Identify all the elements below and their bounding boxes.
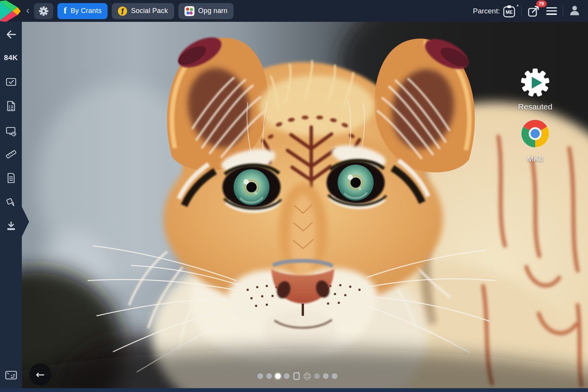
sidebar-item-tag[interactable] bbox=[0, 197, 22, 209]
clipboard-badge-icon[interactable]: ME * bbox=[503, 5, 516, 18]
nav-button-label: Opg narn bbox=[198, 7, 228, 15]
sidebar-item-notes[interactable] bbox=[0, 173, 22, 183]
document-grid-icon bbox=[6, 101, 16, 111]
tiger-wallpaper-image bbox=[22, 22, 588, 388]
bottom-strip bbox=[0, 388, 588, 392]
parcent-status: Parcent: ME * bbox=[473, 5, 516, 18]
svg-text:ME: ME bbox=[506, 10, 513, 15]
carousel-dot-3[interactable] bbox=[275, 373, 281, 379]
facebook-f-icon: f bbox=[64, 5, 67, 16]
menu-button[interactable] bbox=[546, 7, 557, 15]
carousel-dot-1[interactable] bbox=[258, 373, 263, 379]
nav-button-label: Social Pack bbox=[131, 7, 168, 15]
gear-icon bbox=[39, 6, 49, 16]
sidebar-item-download[interactable] bbox=[0, 221, 22, 232]
sidebar-back-button[interactable] bbox=[0, 29, 22, 39]
desktop-icon-label: MK8 bbox=[510, 154, 561, 163]
nav-button-social-pack[interactable]: ƒ Social Pack bbox=[112, 3, 174, 19]
divider bbox=[521, 5, 522, 17]
clipboard-star: * bbox=[516, 3, 519, 10]
notification-badge: 79 bbox=[536, 0, 547, 7]
sidebar-item-display[interactable] bbox=[0, 126, 22, 137]
left-sidebar: 84K bbox=[0, 22, 22, 388]
gear-play-icon bbox=[521, 69, 549, 97]
share-button[interactable]: 79 bbox=[528, 5, 541, 17]
clipboard-carousel-icon[interactable] bbox=[293, 372, 301, 380]
carousel-dot-4[interactable] bbox=[284, 373, 290, 379]
parcent-label: Parcent: bbox=[473, 7, 500, 15]
app-palette-icon bbox=[185, 6, 194, 16]
document-lines-icon bbox=[6, 173, 16, 183]
nav-button-label: By Crants bbox=[71, 7, 102, 15]
desktop-icon-resauted[interactable]: Resauted bbox=[510, 69, 560, 111]
top-bar: ‹ f By Crants ƒ Social Pack bbox=[0, 0, 588, 22]
chrome-icon bbox=[520, 118, 550, 149]
desktop-icon-mk8[interactable]: MK8 bbox=[510, 118, 561, 163]
divider bbox=[563, 5, 563, 17]
keyboard-card-icon bbox=[5, 370, 17, 380]
arrow-left-icon: ← bbox=[36, 368, 44, 381]
profile-button[interactable] bbox=[569, 5, 580, 18]
globe-carousel-icon[interactable] bbox=[304, 372, 311, 380]
wallpaper-carousel bbox=[258, 372, 338, 380]
wallpaper-area: Resauted MK8 ← bbox=[22, 22, 588, 388]
google-play-logo-icon[interactable] bbox=[0, 0, 22, 22]
tag-icon bbox=[5, 197, 17, 209]
carousel-dot-9[interactable] bbox=[332, 373, 338, 379]
topbar-right-cluster: Parcent: ME * 79 bbox=[473, 5, 588, 18]
nav-button-opg-narn[interactable]: Opg narn bbox=[178, 3, 234, 19]
settings-button[interactable] bbox=[34, 3, 53, 19]
back-chevron[interactable]: ‹ bbox=[26, 5, 29, 16]
ruler-icon bbox=[5, 149, 17, 160]
back-arrow-icon bbox=[6, 29, 16, 39]
carousel-dot-8[interactable] bbox=[323, 373, 329, 379]
person-icon bbox=[569, 5, 580, 16]
download-icon bbox=[6, 221, 16, 232]
sidebar-item-measure[interactable] bbox=[0, 149, 22, 160]
mail-check-icon bbox=[6, 77, 16, 87]
sidebar-item-report[interactable] bbox=[0, 101, 22, 111]
desktop-icon-label: Resauted bbox=[510, 102, 560, 111]
sidebar-notch bbox=[22, 207, 29, 237]
carousel-dot-2[interactable] bbox=[266, 373, 272, 379]
nav-button-by-crants[interactable]: f By Crants bbox=[57, 3, 108, 19]
resolution-label: 84K bbox=[0, 54, 22, 62]
monitor-sync-icon bbox=[6, 126, 16, 137]
sidebar-item-mail[interactable] bbox=[0, 77, 22, 87]
carousel-dot-7[interactable] bbox=[314, 373, 320, 379]
sidebar-item-keyboard[interactable] bbox=[0, 370, 22, 380]
coin-f-icon: ƒ bbox=[118, 7, 127, 16]
floating-back-button[interactable]: ← bbox=[29, 363, 51, 385]
